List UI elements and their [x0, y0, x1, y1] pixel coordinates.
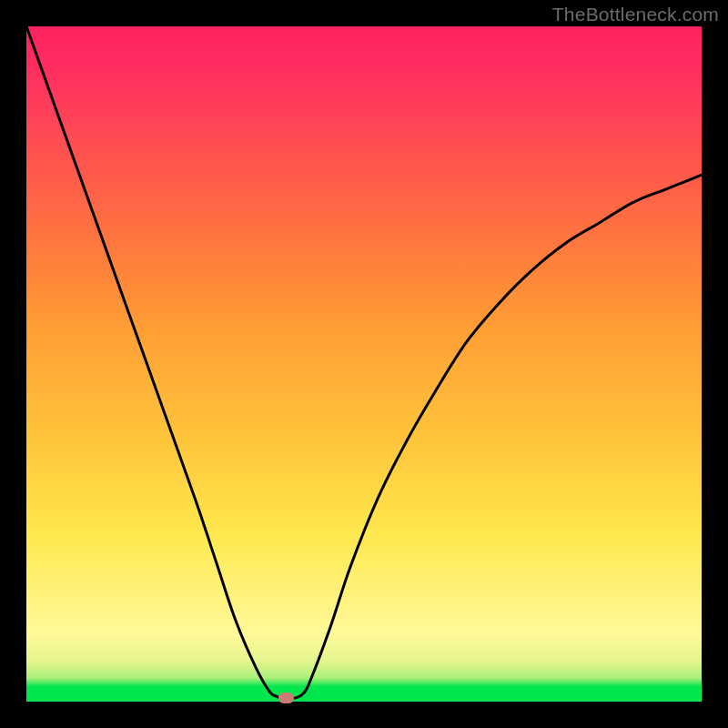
watermark-text: TheBottleneck.com [552, 4, 719, 25]
bottleneck-curve-path [26, 26, 702, 699]
curve-svg [26, 26, 702, 702]
optimum-marker [278, 693, 294, 703]
chart-frame: TheBottleneck.com [0, 0, 728, 728]
plot-area [26, 26, 702, 702]
